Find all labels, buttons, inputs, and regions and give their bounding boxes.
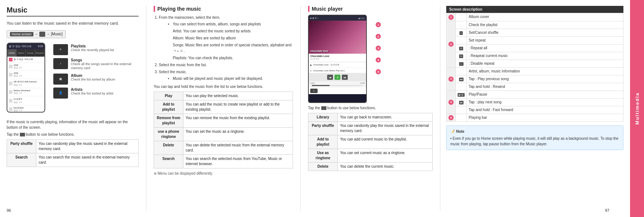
- desc-cell: You can randomly play the music saved in…: [338, 122, 433, 135]
- left-function-table: Party shuffle You can randomly play the …: [7, 139, 139, 167]
- action-cell: Search: [154, 155, 183, 168]
- page-number-right: 97: [605, 208, 609, 213]
- action-cell: Play: [154, 92, 183, 100]
- nav-home: Home screen: [10, 32, 33, 36]
- callout-2: 2: [376, 34, 381, 39]
- table-row: Delete You can delete the selected music…: [154, 141, 293, 155]
- table-row: Library You can go back to mainscreen.: [308, 113, 433, 122]
- table-row: Tap and hold : Fast forward: [447, 106, 623, 114]
- table-row: Search You can search the music saved in…: [7, 153, 139, 167]
- note-text: • Even if you go to Home screen while pl…: [450, 136, 619, 147]
- desc-cell: You can search the selected music from Y…: [183, 155, 293, 168]
- note-header: 📝 Note: [450, 129, 619, 134]
- sidebar-item-songs: ♪ Songs Check all the songs saved in the…: [53, 58, 139, 71]
- table-row: use a phone ringtone You can set the mus…: [154, 128, 293, 141]
- callout-1: 1: [376, 22, 381, 27]
- table-row: ⏮ Tap : Play previous song: [447, 75, 623, 83]
- action-cell: Party shuffle: [308, 122, 338, 135]
- note-icon: 📝: [450, 129, 455, 134]
- desc-cell: You can remove the music from the existi…: [183, 114, 293, 128]
- desc-cell: You can delete the selected music from t…: [183, 141, 293, 155]
- table-row: Play You can play the selected music.: [154, 92, 293, 100]
- songs-title: Songs: [71, 58, 139, 62]
- desc-cell: You can delete the current music.: [338, 163, 433, 171]
- desc-cell: You can randomly play the music saved in…: [36, 139, 139, 153]
- table-row: 2 Check the playlist: [447, 21, 623, 29]
- page-number-left: 96: [7, 208, 11, 213]
- right-page: Music player ■ ◀ ⓔ ♪ ◀ 2:51 chocolate lo…: [301, 6, 440, 211]
- far-right-page: Screen description 1 Album cover 2 Check…: [440, 6, 623, 211]
- action-cell: Use as ringtone: [308, 149, 338, 163]
- songs-desc: Check all the songs saved in the externa…: [71, 62, 139, 71]
- desc-cell: You can set current music as a ringtone.: [338, 149, 433, 163]
- screen-desc-title: Screen description: [446, 6, 623, 13]
- table-row: Use as ringtone You can set current musi…: [308, 149, 433, 163]
- playing-music-title: Playing the music: [154, 6, 293, 12]
- table-row: ↻ : Reapeat current music: [447, 52, 623, 60]
- right-function-table: Library You can go back to mainscreen. P…: [308, 113, 433, 171]
- table-row: Set repeat: [447, 36, 623, 44]
- tap-note-right: Tap the button to use below functions.: [308, 106, 433, 110]
- nav-music: [Music]: [51, 32, 63, 36]
- tap-hold-note: You can tap and hold the music from the …: [154, 85, 293, 89]
- playlists-desc: Check the recently played list: [71, 48, 114, 53]
- action-cell: use a phone ringtone: [154, 128, 183, 141]
- desc-cell: You can set the music as a ringtone.: [183, 128, 293, 141]
- page-title: Music: [7, 6, 139, 17]
- callout-5: 5: [376, 69, 381, 74]
- action-cell: Add to playlist: [154, 100, 183, 114]
- nav-path: Home screen → → [Music]: [7, 30, 66, 38]
- table-row: 1 Album cover: [447, 13, 623, 21]
- action-cell: Library: [308, 113, 338, 122]
- music-player-area: ■ ◀ ⓔ ♪ ◀ 2:51 chocolate love Chocolate …: [308, 15, 433, 103]
- phone-area: 알 수 있는 아티스트 9:15 Artists Album Songs Pla…: [7, 43, 139, 115]
- callout-markers: 1 2 3 4 5: [376, 22, 381, 74]
- table-row: Add to playlist You can add the music to…: [154, 100, 293, 114]
- album-title: Album: [71, 74, 115, 78]
- desc-cell: You can add the music to create new play…: [183, 100, 293, 114]
- middle-function-table: Play You can play the selected music. Ad…: [154, 92, 293, 168]
- table-row: 5 Playing bar: [447, 114, 623, 122]
- list-item: From the mainscreen, select the item. Yo…: [159, 15, 293, 61]
- screen-desc-table: 1 Album cover 2 Check the playlist × Set…: [446, 13, 623, 122]
- action-cell: Remove from playlist: [154, 114, 183, 128]
- tap-note-left: Tap the button to use below functions.: [7, 132, 139, 136]
- list-item: Select the music from the list.: [159, 62, 293, 68]
- desc-cell: You can go back to mainscreen.: [338, 113, 433, 122]
- bullet-note-music: If the music is currently playing, infor…: [7, 119, 139, 130]
- table-row: Tap and hold : Rewind: [447, 83, 623, 90]
- list-item: Select the music. Music will be played a…: [159, 69, 293, 82]
- mp-screenshot-wrapper: ■ ◀ ⓔ ♪ ◀ 2:51 chocolate love Chocolate …: [308, 15, 373, 103]
- action-cell: Add to playlist: [308, 135, 338, 149]
- list-item: Music will be played and music player wi…: [173, 76, 293, 82]
- table-row: Party shuffle You can randomly play the …: [7, 139, 139, 153]
- left-page: Music You can listen to the music saved …: [7, 6, 146, 211]
- nav-icon: [39, 32, 45, 37]
- sidebar-item-artists: 👤 Artists Check the list sorted by artis…: [53, 88, 139, 99]
- callout-3: 3: [376, 46, 381, 51]
- list-item: You can select from artists, album, song…: [173, 21, 293, 27]
- phone-screenshot: 알 수 있는 아티스트 9:15 Artists Album Songs Pla…: [7, 43, 45, 113]
- table-row: ↺ : Repeat all: [447, 44, 623, 52]
- list-item: Artist: You can select the music sorted …: [173, 28, 293, 34]
- multimedia-label: Multimedia: [634, 92, 640, 125]
- action-cell: Party shuffle: [7, 139, 36, 153]
- sidebar-item-playlists: ≡ Playlists Check the recently played li…: [53, 44, 139, 55]
- artists-title: Artists: [71, 88, 114, 92]
- table-row: — : Disable repeat: [447, 60, 623, 67]
- sidebar-item-album: ▦ Album Check the list sorted by album: [53, 74, 139, 85]
- table-row: Party shuffle You can randomly play the …: [308, 122, 433, 135]
- note-box: 📝 Note • Even if you go to Home screen w…: [446, 125, 623, 150]
- sidebar-items-list: ≡ Playlists Check the recently played li…: [53, 44, 139, 115]
- table-row: 4 ▶/⏸ Play/Pause: [447, 90, 623, 98]
- music-player-title: Music player: [308, 6, 433, 12]
- right-sidebar: Multimedia: [630, 0, 644, 217]
- desc-cell: You can search the music saved in the ex…: [36, 153, 139, 167]
- action-cell: Delete: [154, 141, 183, 155]
- callout-4: 4: [376, 57, 381, 63]
- table-row: Remove from playlist You can remove the …: [154, 114, 293, 128]
- list-item: Songs: Music files are sorted in order o…: [173, 42, 293, 54]
- table-row: Search You can search the selected music…: [154, 155, 293, 168]
- table-row: × Set/Cancel shuffle: [447, 29, 623, 36]
- table-row: ⏭ Tap : play next song: [447, 98, 623, 106]
